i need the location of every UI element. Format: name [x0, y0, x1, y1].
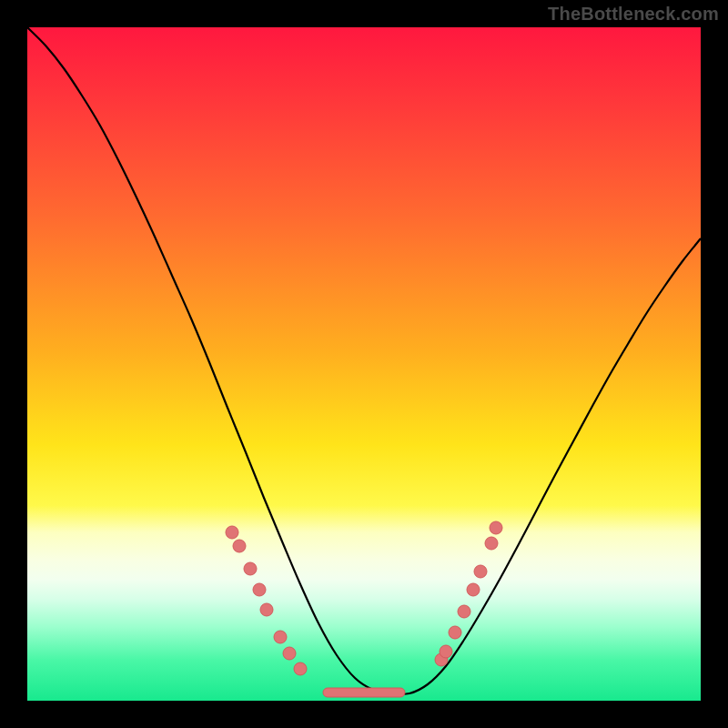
data-marker — [458, 605, 470, 618]
data-marker — [233, 540, 246, 552]
data-marker — [294, 662, 307, 675]
data-marker — [226, 526, 238, 539]
floor-segment — [323, 688, 405, 697]
bottleneck-curve — [27, 27, 701, 694]
data-marker — [467, 583, 480, 596]
marker-cluster-left — [226, 526, 307, 675]
watermark-text: TheBottleneck.com — [548, 4, 719, 25]
data-marker — [440, 645, 452, 658]
data-marker — [283, 647, 296, 660]
data-marker — [474, 565, 487, 578]
data-marker — [485, 537, 498, 550]
data-marker — [244, 562, 257, 575]
chart-svg — [27, 27, 701, 701]
plot-area — [27, 27, 701, 701]
data-marker — [274, 631, 287, 643]
data-marker — [253, 583, 266, 596]
data-marker — [490, 521, 502, 534]
data-marker — [449, 626, 461, 639]
data-marker — [260, 603, 273, 616]
chart-frame: TheBottleneck.com — [0, 0, 728, 728]
